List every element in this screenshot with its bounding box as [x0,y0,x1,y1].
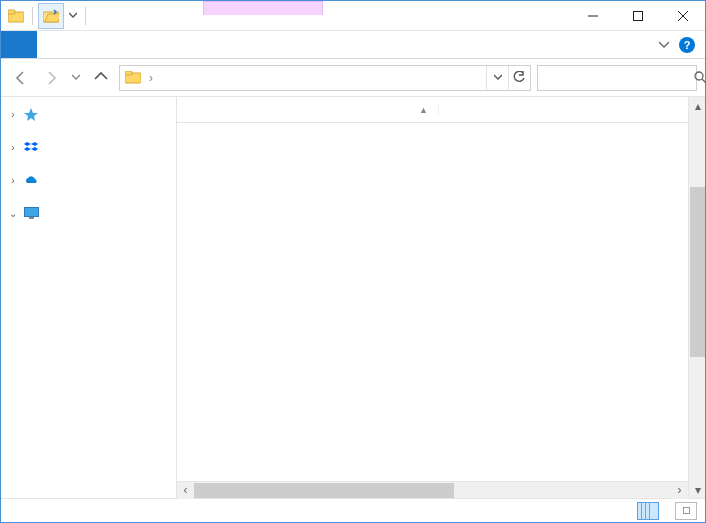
arrow-left-icon [13,70,29,86]
svg-rect-4 [633,12,642,21]
address-bar[interactable]: › [119,65,531,91]
refresh-button[interactable] [508,66,530,90]
tab-file[interactable] [1,31,37,58]
vertical-scrollbar[interactable]: ▴ ▾ [688,97,705,498]
maximize-button[interactable] [615,1,660,31]
maximize-icon [633,11,643,21]
svg-rect-11 [24,208,38,217]
navigation-pane: › › › ⌄ [1,97,177,498]
title-bar [1,1,705,31]
help-button[interactable]: ? [679,37,695,53]
arrow-right-icon [43,70,59,86]
nav-recent-button[interactable] [69,66,83,90]
nav-this-pc[interactable]: ⌄ [1,202,176,225]
refresh-icon [513,71,526,84]
folder-icon [8,9,24,23]
ribbon-expand-button[interactable] [659,41,669,49]
svg-rect-12 [29,217,34,219]
minimize-icon [588,11,598,21]
address-history-button[interactable] [486,66,508,90]
column-headers: ▲ [177,97,688,123]
ribbon-tabs: ? [1,31,705,59]
search-box[interactable] [537,65,697,91]
folder-open-icon [43,9,59,23]
navigation-bar: › [1,59,705,97]
nav-onedrive[interactable]: › [1,169,176,192]
close-button[interactable] [660,1,705,31]
window-title [323,1,570,30]
app-icon[interactable] [5,5,27,27]
file-list-pane: ▲ ‹ › [177,97,688,498]
scroll-left-button[interactable]: ‹ [177,482,194,499]
qat-properties-button[interactable] [38,3,64,29]
svg-point-9 [695,72,703,80]
column-header-name[interactable]: ▲ [177,105,439,115]
nav-forward-button[interactable] [39,66,63,90]
chevron-down-icon [72,74,80,82]
chevron-down-icon[interactable]: ⌄ [7,208,19,219]
tab-application-tools[interactable] [121,31,241,58]
minimize-button[interactable] [570,1,615,31]
nav-back-button[interactable] [9,66,33,90]
scroll-up-button[interactable]: ▴ [689,97,706,114]
arrow-up-icon [93,70,109,86]
chevron-right-icon[interactable]: › [146,71,156,85]
chevron-down-icon [659,41,669,49]
cloud-icon [23,173,39,189]
nav-quick-access[interactable]: › [1,103,176,126]
tab-share[interactable] [65,31,93,58]
folder-icon [124,69,142,87]
nav-up-button[interactable] [89,66,113,90]
tab-view[interactable] [93,31,121,58]
qat-customize-button[interactable] [66,12,80,20]
horizontal-scrollbar[interactable]: ‹ › [177,481,688,498]
chevron-right-icon[interactable]: › [7,175,19,186]
sort-indicator-icon: ▲ [419,105,428,115]
scroll-thumb[interactable] [194,483,454,498]
svg-rect-8 [125,71,132,75]
chevron-down-icon [69,12,77,20]
status-bar [1,498,705,522]
search-input[interactable] [544,71,694,85]
scroll-down-button[interactable]: ▾ [689,481,706,498]
chevron-right-icon[interactable]: › [7,109,19,120]
chevron-right-icon[interactable]: › [7,142,19,153]
svg-rect-1 [8,10,15,14]
svg-line-10 [702,79,706,83]
contextual-tab-header [203,1,323,30]
search-icon[interactable] [694,71,706,84]
chevron-down-icon [494,74,502,82]
nav-dropbox[interactable]: › [1,136,176,159]
quick-access-toolbar [1,1,93,30]
view-details-button[interactable] [637,502,659,520]
view-large-icons-button[interactable] [675,502,697,520]
star-icon [23,107,39,123]
dropbox-icon [23,140,39,156]
scroll-thumb[interactable] [690,187,705,357]
monitor-icon [23,206,39,222]
tab-home[interactable] [37,31,65,58]
scroll-right-button[interactable]: › [671,482,688,499]
close-icon [678,11,688,21]
